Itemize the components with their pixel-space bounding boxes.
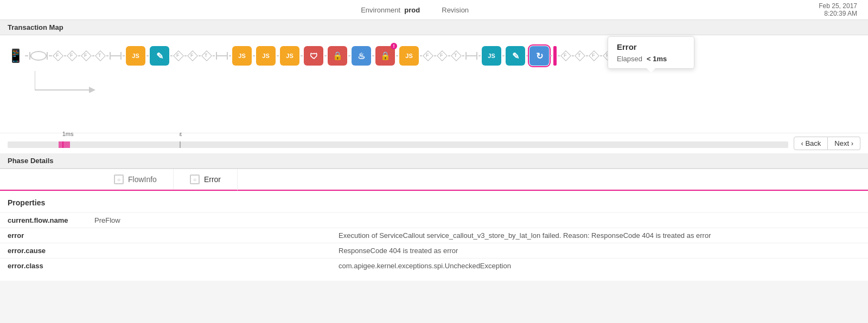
- tab-flowinfo-label: FlowInfo: [128, 175, 157, 184]
- revision-info: Revision: [442, 6, 469, 14]
- back-button[interactable]: ‹ Back: [794, 137, 828, 150]
- next-button[interactable]: Next ›: [828, 137, 860, 150]
- timestamp: Feb 25, 2017 8:20:39 AM: [819, 2, 857, 17]
- pencil-icon-1[interactable]: ✎: [150, 46, 169, 66]
- timeline-marker-eps: ε: [180, 131, 182, 137]
- error-tooltip: Error Elapsed < 1ms: [608, 36, 694, 69]
- environment-label: Environment: [361, 6, 400, 14]
- prop-value2: com.apigee.kernel.exceptions.spi.Uncheck…: [331, 259, 868, 274]
- transaction-map-header: Transaction Map: [0, 20, 868, 35]
- phase-details-section: ○ FlowInfo ○ Error: [0, 169, 868, 191]
- java-icon[interactable]: ♨: [352, 46, 371, 66]
- prop-key: error.class: [0, 259, 87, 274]
- prop-value2: [331, 213, 868, 228]
- timeline-marker-1ms: 1ms: [62, 131, 74, 137]
- js-icon-2[interactable]: JS: [232, 46, 252, 66]
- prop-value2: Execution of ServiceCallout service_call…: [331, 228, 868, 243]
- revision-label: Revision: [442, 6, 469, 14]
- nav-buttons: ‹ Back Next ›: [794, 137, 860, 150]
- timeline-track: [8, 141, 788, 148]
- prop-value1: [87, 243, 331, 259]
- lock-alert-icon[interactable]: 🔒 !: [375, 46, 395, 66]
- tab-flowinfo[interactable]: ○ FlowInfo: [98, 169, 174, 190]
- phone-icon: 📱: [8, 48, 24, 63]
- table-row: error.class com.apigee.kernel.exceptions…: [0, 259, 868, 274]
- lock-icon-1[interactable]: 🔒: [328, 46, 347, 66]
- elapsed-label: Elapsed: [617, 55, 642, 63]
- transaction-map-area: Error Elapsed < 1ms 📱 F F F: [0, 35, 868, 133]
- phase-details-title: Phase Details: [8, 157, 54, 165]
- flowinfo-tab-icon: ○: [114, 175, 124, 184]
- js-icon-3[interactable]: JS: [256, 46, 276, 66]
- table-row: error.cause ResponseCode 404 is treated …: [0, 243, 868, 259]
- timeline-track-wrapper: 1ms ε: [8, 139, 788, 148]
- properties-section: Properties current.flow.name PreFlow err…: [0, 191, 868, 281]
- js-icon-4[interactable]: JS: [280, 46, 299, 66]
- prop-key: error: [0, 228, 87, 243]
- elapsed-value: < 1ms: [647, 55, 667, 63]
- environment-value: prod: [404, 6, 420, 14]
- prop-value2: ResponseCode 404 is treated as error: [331, 243, 868, 259]
- prop-value1: PreFlow: [87, 213, 331, 228]
- return-arrow-area: [35, 71, 860, 93]
- properties-title: Properties: [0, 198, 868, 212]
- properties-table: current.flow.name PreFlow error Executio…: [0, 212, 868, 273]
- timeline-area: 1ms ε ‹ Back Next ›: [0, 133, 868, 153]
- prop-key: error.cause: [0, 243, 87, 259]
- table-row: current.flow.name PreFlow: [0, 213, 868, 228]
- pink-timeline-block: [59, 141, 71, 148]
- time: 8:20:39 AM: [819, 10, 857, 17]
- phase-details-header: Phase Details: [0, 153, 868, 169]
- js-icon-1[interactable]: JS: [126, 46, 145, 66]
- tooltip-elapsed: Elapsed < 1ms: [617, 55, 685, 63]
- phase-tabs: ○ FlowInfo ○ Error: [0, 169, 868, 191]
- top-bar-center: Environment prod Revision: [361, 6, 469, 14]
- date: Feb 25, 2017: [819, 2, 857, 10]
- top-bar: Environment prod Revision Feb 25, 2017 8…: [0, 0, 868, 20]
- prop-key: current.flow.name: [0, 213, 87, 228]
- tab-error[interactable]: ○ Error: [174, 169, 238, 191]
- tab-error-label: Error: [204, 175, 221, 184]
- pink-bar: [553, 46, 557, 66]
- refresh-icon[interactable]: ↻: [529, 46, 549, 66]
- table-row: error Execution of ServiceCallout servic…: [0, 228, 868, 243]
- tooltip-title: Error: [617, 42, 685, 51]
- js-icon-6[interactable]: JS: [482, 46, 501, 66]
- pipeline-row: 📱 F F F T: [8, 41, 860, 71]
- svg-marker-2: [89, 87, 95, 93]
- gray-timeline-marker: [180, 141, 181, 148]
- prop-value1: [87, 228, 331, 243]
- js-icon-5[interactable]: JS: [399, 46, 419, 66]
- error-tab-icon: ○: [190, 175, 200, 184]
- prop-value1: [87, 259, 331, 274]
- shield-icon[interactable]: 🛡: [304, 46, 323, 66]
- pencil-icon-2[interactable]: ✎: [506, 46, 525, 66]
- transaction-map-title: Transaction Map: [8, 23, 63, 31]
- environment-info: Environment prod: [361, 6, 420, 14]
